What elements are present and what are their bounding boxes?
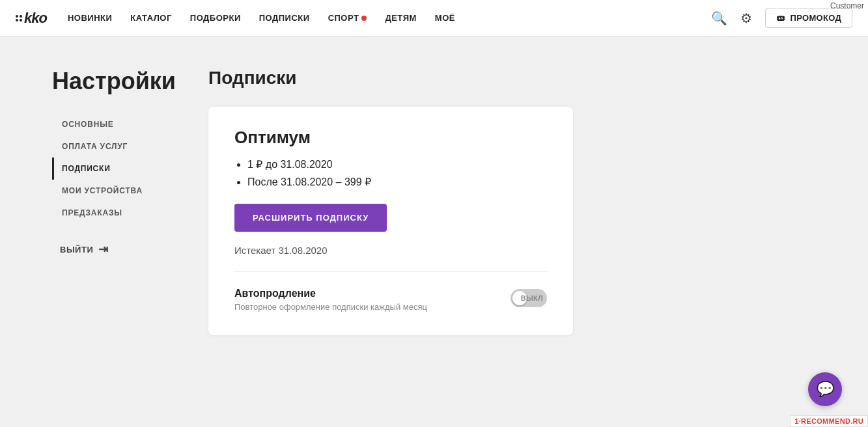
sidebar-item-oplata[interactable]: ОПЛАТА УСЛУГ <box>52 135 156 158</box>
content-title: Подписки <box>208 68 829 89</box>
nav-item-sport[interactable]: СПОРТ <box>328 13 367 23</box>
search-icon[interactable]: 🔍 <box>711 10 727 26</box>
subscription-name: Оптимум <box>234 128 547 148</box>
nav-item-detyam[interactable]: ДЕТЯМ <box>385 13 416 23</box>
main-layout: Настройки ОСНОВНЫЕ ОПЛАТА УСЛУГ ПОДПИСКИ… <box>0 36 868 427</box>
sidebar-title: Настройки <box>52 68 156 95</box>
expand-subscription-button[interactable]: РАСШИРИТЬ ПОДПИСКУ <box>234 204 387 232</box>
divider <box>234 271 547 272</box>
gear-icon[interactable]: ⚙ <box>740 10 752 26</box>
promo-ticket-icon: 🎟 <box>776 13 785 23</box>
sport-live-dot <box>361 16 367 21</box>
logout-icon: ⇥ <box>98 242 109 256</box>
autopay-row: Автопродление Повторное оформление подпи… <box>234 288 547 312</box>
logo-dots <box>16 15 22 21</box>
nav-item-podpiski[interactable]: ПОДПИСКИ <box>259 13 310 23</box>
sidebar-item-preorders[interactable]: ПРЕДЗАКАЗЫ <box>52 202 156 224</box>
price-item-1: 1 ₽ до 31.08.2020 <box>247 158 547 171</box>
nav-item-katalog[interactable]: КАТАЛОГ <box>130 13 171 23</box>
nav-item-podborki[interactable]: ПОДБОРКИ <box>190 13 241 23</box>
sidebar-nav: ОСНОВНЫЕ ОПЛАТА УСЛУГ ПОДПИСКИ МОИ УСТРО… <box>52 113 156 224</box>
autopay-toggle[interactable]: ВЫКЛ <box>511 289 547 307</box>
sidebar-item-devices[interactable]: МОИ УСТРОЙСТВА <box>52 180 156 202</box>
expires-text: Истекает 31.08.2020 <box>234 245 547 256</box>
sidebar: Настройки ОСНОВНЫЕ ОПЛАТА УСЛУГ ПОДПИСКИ… <box>0 36 182 427</box>
chat-icon: 💬 <box>817 381 834 398</box>
autopay-toggle-container: ВЫКЛ <box>511 289 547 307</box>
price-item-2: После 31.08.2020 – 399 ₽ <box>247 176 547 188</box>
logo[interactable]: kko <box>16 10 47 27</box>
sidebar-item-osnovnye[interactable]: ОСНОВНЫЕ <box>52 113 156 135</box>
sidebar-item-podpiski[interactable]: ПОДПИСКИ <box>52 158 156 180</box>
promo-label: ПРОМОКОД <box>791 13 841 23</box>
header: kko НОВИНКИ КАТАЛОГ ПОДБОРКИ ПОДПИСКИ СП… <box>0 0 868 36</box>
subscription-card: Оптимум 1 ₽ до 31.08.2020 После 31.08.20… <box>208 107 573 335</box>
recommend-badge: 1·RECOMMEND.RU <box>790 415 868 427</box>
autopay-info: Автопродление Повторное оформление подпи… <box>234 288 427 312</box>
logout-label: ВЫЙТИ <box>60 245 93 255</box>
chat-button[interactable]: 💬 <box>808 372 842 406</box>
nav-item-moe[interactable]: МОЁ <box>435 13 455 23</box>
main-content: Подписки Оптимум 1 ₽ до 31.08.2020 После… <box>182 36 868 427</box>
logout-button[interactable]: ВЫЙТИ ⇥ <box>52 242 156 256</box>
autopay-label: Автопродление <box>234 288 427 299</box>
autopay-description: Повторное оформление подписки каждый мес… <box>234 302 427 312</box>
subscription-price-list: 1 ₽ до 31.08.2020 После 31.08.2020 – 399… <box>234 158 547 188</box>
toggle-state-label: ВЫКЛ <box>521 294 543 302</box>
main-nav: НОВИНКИ КАТАЛОГ ПОДБОРКИ ПОДПИСКИ СПОРТ … <box>68 13 711 23</box>
customer-label: Customer <box>826 0 868 12</box>
nav-item-novinki[interactable]: НОВИНКИ <box>68 13 112 23</box>
logo-text: kko <box>24 10 47 27</box>
nav-sport-label: СПОРТ <box>328 13 359 23</box>
